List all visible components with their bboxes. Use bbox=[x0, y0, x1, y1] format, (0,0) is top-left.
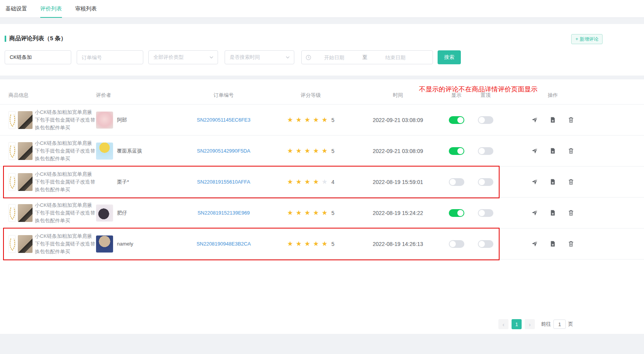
reviewer-avatar bbox=[96, 112, 113, 129]
search-button[interactable]: 搜索 bbox=[438, 50, 461, 64]
product-thumb-chain bbox=[9, 173, 15, 191]
reviewer-name: namely bbox=[117, 241, 133, 247]
show-toggle[interactable] bbox=[449, 147, 464, 155]
order-number-link[interactable]: SN220819152139E969 bbox=[197, 210, 250, 216]
toggle-knob bbox=[479, 210, 485, 216]
tab-basic-settings[interactable]: 基础设置 bbox=[5, 0, 27, 17]
reviewer-avatar bbox=[96, 174, 113, 191]
delete-icon[interactable] bbox=[568, 210, 574, 216]
pin-toggle[interactable] bbox=[478, 116, 493, 124]
rating-value: 5 bbox=[331, 148, 335, 154]
list-title: 商品评论列表（5 条） bbox=[5, 35, 67, 42]
col-reviewer: 评价者 bbox=[96, 92, 176, 99]
product-title: 小CK链条加粗加宽单肩腋下包手提包金属链子改造替换包包配件单买 bbox=[35, 232, 95, 256]
date-separator: 至 bbox=[357, 54, 373, 61]
page-title: 商品评论列表（5 条） bbox=[9, 35, 67, 42]
rating-value: 5 bbox=[331, 241, 335, 247]
file-add-icon[interactable] bbox=[550, 179, 556, 185]
toggle-knob bbox=[479, 241, 485, 247]
filter-bar: 全部评价类型 是否搜索时间 至 搜索 bbox=[5, 50, 461, 64]
file-add-icon[interactable] bbox=[550, 210, 556, 216]
product-title: 小CK链条加粗加宽单肩腋下包手提包金属链子改造替换包包配件单买 bbox=[35, 201, 95, 225]
star-rating: ★★★★★ bbox=[287, 148, 327, 154]
file-add-icon[interactable] bbox=[550, 241, 556, 247]
product-thumb-bag bbox=[18, 111, 33, 129]
review-time: 2022-09-21 03:08:09 bbox=[373, 148, 423, 154]
date-range-picker[interactable]: 至 bbox=[301, 50, 433, 64]
delete-icon[interactable] bbox=[568, 148, 574, 154]
send-icon[interactable] bbox=[531, 148, 538, 154]
next-page-button[interactable]: › bbox=[525, 319, 535, 329]
start-date-input[interactable] bbox=[311, 55, 357, 60]
toggle-knob bbox=[479, 179, 485, 185]
keyword-input[interactable] bbox=[5, 50, 71, 64]
tab-audit-list[interactable]: 审核列表 bbox=[75, 0, 97, 17]
rating-value: 5 bbox=[331, 117, 335, 123]
review-type-select[interactable]: 全部评价类型 bbox=[148, 50, 218, 64]
file-add-icon[interactable] bbox=[550, 117, 556, 123]
page-unit-label: 页 bbox=[568, 321, 573, 328]
file-add-icon[interactable] bbox=[550, 148, 556, 154]
pagination: ‹ 1 › 前往 页 bbox=[498, 319, 573, 329]
product-thumb-chain bbox=[9, 235, 15, 253]
toggle-knob bbox=[457, 148, 464, 154]
send-icon[interactable] bbox=[531, 210, 538, 216]
reviewer-name: 覆面系蓝孩 bbox=[117, 148, 142, 155]
delete-icon[interactable] bbox=[568, 117, 574, 123]
reviewer-name: 阿部 bbox=[117, 117, 127, 124]
tab-review-list[interactable]: 评价列表 bbox=[40, 0, 62, 17]
order-number-link[interactable]: SN2209051145EC6FE3 bbox=[197, 117, 251, 123]
send-icon[interactable] bbox=[531, 241, 538, 247]
order-number-input[interactable] bbox=[77, 50, 143, 64]
red-annotation-note: 不显示的评论不在商品详情评价页面显示 bbox=[419, 85, 538, 94]
title-accent-bar bbox=[5, 36, 6, 42]
search-time-select[interactable]: 是否搜索时间 bbox=[225, 50, 294, 64]
page-number-button[interactable]: 1 bbox=[512, 319, 522, 329]
product-title: 小CK链条加粗加宽单肩腋下包手提包金属链子改造替换包包配件单买 bbox=[35, 170, 95, 194]
plus-icon: + bbox=[575, 36, 578, 42]
product-thumb-chain bbox=[9, 142, 15, 160]
table-row: 小CK链条加粗加宽单肩腋下包手提包金属链子改造替换包包配件单买 namely S… bbox=[0, 229, 644, 259]
order-number-link[interactable]: SN220819155610AFFA bbox=[197, 179, 250, 185]
delete-icon[interactable] bbox=[568, 241, 574, 247]
show-toggle[interactable] bbox=[449, 116, 464, 124]
product-thumb-bag bbox=[18, 204, 33, 222]
table-header-row: 商品信息 评价者 订单编号 评分等级 时间 显示 置顶 操作 bbox=[0, 79, 644, 105]
pin-toggle[interactable] bbox=[478, 178, 493, 186]
review-time: 2022-09-21 03:08:09 bbox=[373, 117, 423, 123]
pin-toggle[interactable] bbox=[478, 209, 493, 217]
show-toggle[interactable] bbox=[449, 209, 464, 217]
show-toggle[interactable] bbox=[449, 178, 464, 186]
clock-icon bbox=[306, 55, 311, 60]
search-time-select-value: 是否搜索时间 bbox=[230, 54, 260, 61]
table-row: 小CK链条加粗加宽单肩腋下包手提包金属链子改造替换包包配件单买 肥仔 SN220… bbox=[0, 198, 644, 229]
goto-label: 前往 bbox=[541, 321, 551, 328]
end-date-input[interactable] bbox=[373, 55, 418, 60]
send-icon[interactable] bbox=[531, 179, 538, 185]
prev-page-button[interactable]: ‹ bbox=[498, 319, 508, 329]
col-rating: 评分等级 bbox=[271, 92, 350, 99]
delete-icon[interactable] bbox=[568, 179, 574, 185]
reviewer-name: 肥仔 bbox=[117, 210, 127, 217]
star-rating: ★★★★★ bbox=[287, 117, 327, 123]
order-number-link[interactable]: SN220905142990F5DA bbox=[197, 148, 250, 154]
review-type-select-value: 全部评价类型 bbox=[153, 54, 184, 61]
pin-toggle[interactable] bbox=[478, 240, 493, 248]
col-product-info: 商品信息 bbox=[9, 92, 96, 99]
toggle-knob bbox=[450, 179, 456, 185]
add-comment-label: 新增评论 bbox=[580, 36, 598, 43]
goto-page-input[interactable] bbox=[553, 320, 566, 329]
table-row: 小CK链条加粗加宽单肩腋下包手提包金属链子改造替换包包配件单买 栗子* SN22… bbox=[0, 167, 644, 198]
add-comment-button[interactable]: + 新增评论 bbox=[571, 34, 603, 44]
product-thumb-bag bbox=[18, 235, 33, 253]
reviewer-name: 栗子* bbox=[117, 179, 129, 186]
order-number-link[interactable]: SN2208190948E3B2CA bbox=[196, 241, 251, 247]
send-icon[interactable] bbox=[531, 117, 538, 123]
pin-toggle[interactable] bbox=[478, 147, 493, 155]
col-order-number: 订单编号 bbox=[176, 92, 271, 99]
rating-value: 4 bbox=[331, 179, 335, 185]
product-thumb-chain bbox=[9, 111, 15, 129]
star-rating: ★★★★★ bbox=[287, 241, 327, 247]
table-row: 小CK链条加粗加宽单肩腋下包手提包金属链子改造替换包包配件单买 覆面系蓝孩 SN… bbox=[0, 136, 644, 167]
show-toggle[interactable] bbox=[449, 240, 464, 248]
